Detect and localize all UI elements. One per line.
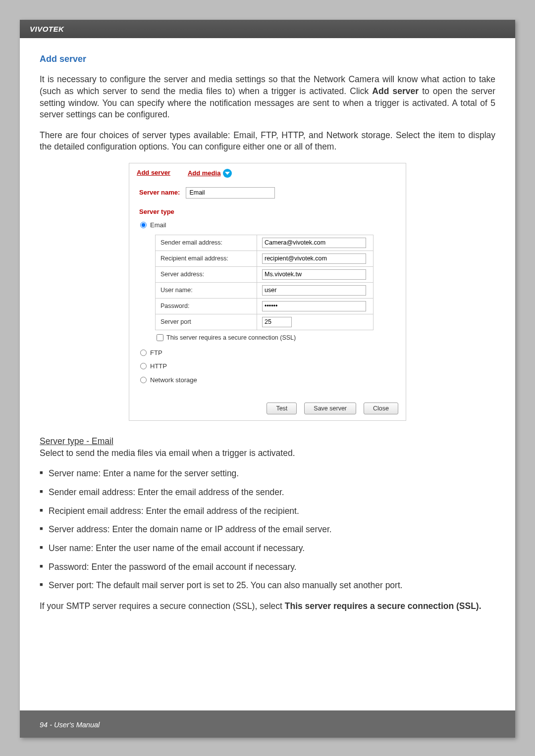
chevron-down-icon <box>223 169 232 178</box>
server-port-label: Server port <box>156 314 257 330</box>
password-label: Password: <box>156 298 257 314</box>
server-name-row: Server name: <box>139 187 396 199</box>
bullet-item: Server name: Enter a name for the server… <box>40 468 495 480</box>
brand-text: VIVOTEK <box>30 25 64 33</box>
password-input[interactable] <box>262 301 366 311</box>
radio-http-row: HTTP <box>140 362 396 371</box>
sender-input[interactable] <box>262 238 366 248</box>
bullet-item: Server address: Enter the domain name or… <box>40 524 495 536</box>
page-container: VIVOTEK Add server It is necessary to co… <box>20 20 515 738</box>
radio-network-storage[interactable] <box>140 377 147 383</box>
dialog-tabs: Add server Add media <box>129 163 406 178</box>
radio-http[interactable] <box>140 363 147 369</box>
radio-http-label: HTTP <box>150 362 167 371</box>
save-server-button[interactable]: Save server <box>304 403 356 414</box>
recipient-label: Recipient email address: <box>156 251 257 266</box>
sender-label: Sender email address: <box>156 235 257 251</box>
email-fields-table: Sender email address: Recipient email ad… <box>155 235 374 330</box>
dialog-wrapper: Add server Add media Server name: Server… <box>40 163 495 421</box>
radio-ftp-row: FTP <box>140 349 396 357</box>
section-title: Add server <box>40 53 495 65</box>
username-label: User name: <box>156 282 257 298</box>
row-sender: Sender email address: <box>156 235 374 251</box>
server-dialog: Add server Add media Server name: Server… <box>129 163 406 421</box>
server-name-label: Server name: <box>139 188 180 197</box>
subsection-desc: Select to send the media files via email… <box>40 448 495 459</box>
tab-add-media-wrapper[interactable]: Add media <box>188 169 232 178</box>
radio-network-storage-label: Network storage <box>150 376 197 385</box>
row-server-address: Server address: <box>156 266 374 282</box>
intro-paragraph-2: There are four choices of server types a… <box>40 130 495 153</box>
dialog-body: Server name: Server type Email Sender em… <box>129 178 406 397</box>
test-button[interactable]: Test <box>267 403 297 414</box>
ssl-checkbox[interactable] <box>157 334 163 341</box>
row-username: User name: <box>156 282 374 298</box>
server-type-label: Server type <box>139 207 396 216</box>
radio-email-label: Email <box>150 221 166 230</box>
radio-ftp-label: FTP <box>150 349 162 357</box>
recipient-input[interactable] <box>262 253 366 264</box>
radio-ftp[interactable] <box>140 350 147 356</box>
bullet-item: Password: Enter the password of the emai… <box>40 561 495 573</box>
radio-network-storage-row: Network storage <box>140 376 396 385</box>
bullet-item: User name: Enter the user name of the em… <box>40 543 495 554</box>
row-recipient: Recipient email address: <box>156 251 374 266</box>
bullet-item: Recipient email address: Enter the email… <box>40 505 495 517</box>
username-input[interactable] <box>262 285 366 296</box>
ssl-row: This server requires a secure connection… <box>157 330 396 346</box>
intro-paragraph-1: It is necessary to configure the server … <box>40 74 495 121</box>
header-bar: VIVOTEK <box>20 20 515 38</box>
bullet-list: Server name: Enter a name for the server… <box>40 468 495 591</box>
server-address-input[interactable] <box>262 269 366 280</box>
close-button[interactable]: Close <box>364 403 398 414</box>
radio-email-row: Email <box>140 221 396 230</box>
tab-add-server[interactable]: Add server <box>137 168 170 178</box>
server-name-input[interactable] <box>186 187 275 199</box>
footer-text: 94 - User's Manual <box>40 721 100 729</box>
tab-add-media: Add media <box>188 169 220 178</box>
subsection-heading: Server type - Email <box>40 436 113 446</box>
row-server-port: Server port <box>156 314 374 330</box>
radio-email[interactable] <box>140 222 147 228</box>
server-address-label: Server address: <box>156 266 257 282</box>
bullet-item: Server port: The default mail server por… <box>40 580 495 592</box>
content-area: Add server It is necessary to configure … <box>20 38 515 627</box>
server-port-input[interactable] <box>262 317 292 327</box>
dialog-button-row: Test Save server Close <box>129 397 406 420</box>
final-paragraph: If your SMTP server requires a secure co… <box>40 601 495 612</box>
row-password: Password: <box>156 298 374 314</box>
bullet-item: Sender email address: Enter the email ad… <box>40 487 495 499</box>
ssl-label: This server requires a secure connection… <box>166 334 296 342</box>
